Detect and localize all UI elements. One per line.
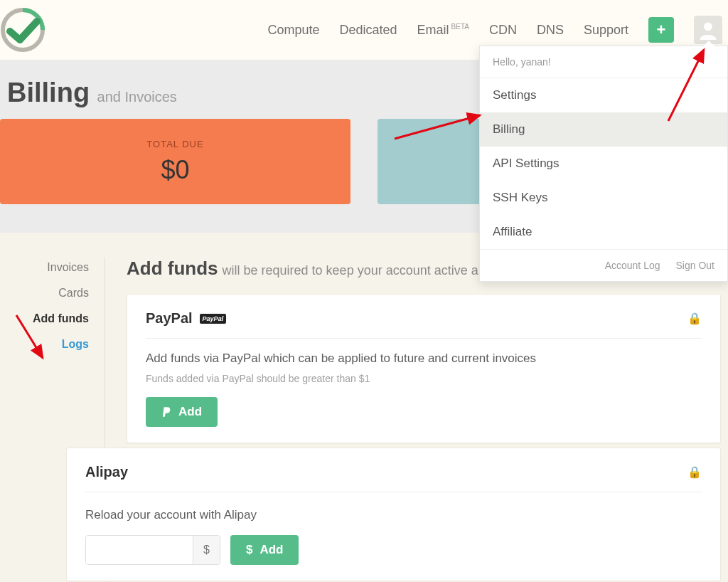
dropdown-greeting: Hello, yanan! <box>480 46 727 78</box>
alipay-amount-group: $ <box>85 535 220 565</box>
dropdown-settings[interactable]: Settings <box>480 78 727 112</box>
dropdown-footer: Account Log Sign Out <box>480 249 727 281</box>
logo[interactable] <box>0 7 46 53</box>
lock-icon: 🔒 <box>687 312 702 325</box>
dropdown-affiliate[interactable]: Affiliate <box>480 215 727 249</box>
currency-suffix: $ <box>193 536 220 564</box>
dropdown-sign-out[interactable]: Sign Out <box>676 260 714 271</box>
paypal-title: PayPal <box>146 310 193 327</box>
sidebar-invoices[interactable]: Invoices <box>47 261 89 274</box>
content-area: Invoices Cards Add funds Logs Add fundsw… <box>0 233 728 582</box>
sidebar-add-funds[interactable]: Add funds <box>33 312 89 325</box>
add-button[interactable]: + <box>648 17 674 43</box>
alipay-title: Alipay <box>85 464 128 480</box>
dollar-icon: $ <box>246 543 252 557</box>
paypal-panel: PayPal PayPal 🔒 Add funds via PayPal whi… <box>127 294 721 443</box>
lock-icon: 🔒 <box>687 465 702 479</box>
user-icon <box>698 20 718 40</box>
page-subtitle: and Invoices <box>97 89 177 105</box>
alipay-add-button[interactable]: $ Add <box>230 535 299 565</box>
paypal-badge-icon: PayPal <box>200 314 227 324</box>
dropdown-billing[interactable]: Billing <box>480 112 727 147</box>
user-dropdown: Hello, yanan! Settings Billing API Setti… <box>479 46 728 282</box>
paypal-note: Funds added via PayPal should be greater… <box>146 373 702 384</box>
alipay-desc: Reload your account with Alipay <box>85 508 702 522</box>
total-due-label: TOTAL DUE <box>146 139 203 149</box>
dropdown-ssh-keys[interactable]: SSH Keys <box>480 181 727 215</box>
paypal-p-icon <box>161 406 171 418</box>
nav-dns[interactable]: DNS <box>537 23 564 38</box>
nav-support[interactable]: Support <box>584 23 628 38</box>
paypal-add-button[interactable]: Add <box>146 397 218 427</box>
main-panel: Add fundswill be required to keep your a… <box>105 258 728 582</box>
dropdown-account-log[interactable]: Account Log <box>605 260 660 271</box>
nav-cdn[interactable]: CDN <box>489 23 517 38</box>
total-due-value: $0 <box>161 155 189 185</box>
paypal-desc: Add funds via PayPal which can be applie… <box>146 351 702 366</box>
alipay-panel: Alipay 🔒 Reload your account with Alipay… <box>66 448 721 581</box>
dropdown-api-settings[interactable]: API Settings <box>480 147 727 181</box>
nav-compute[interactable]: Compute <box>267 23 319 38</box>
plus-icon: + <box>657 21 666 39</box>
nav-email[interactable]: EmailBETA <box>417 23 469 38</box>
user-avatar[interactable] <box>694 16 722 44</box>
nav-dedicated[interactable]: Dedicated <box>339 23 397 38</box>
svg-point-1 <box>704 23 712 31</box>
sidebar-logs[interactable]: Logs <box>62 338 89 351</box>
total-due-card: TOTAL DUE $0 <box>0 119 350 204</box>
page-title: Billing <box>7 78 90 107</box>
sidebar-cards[interactable]: Cards <box>58 287 89 300</box>
alipay-amount-input[interactable] <box>86 536 193 564</box>
main-nav: Compute Dedicated EmailBETA CDN DNS Supp… <box>267 16 722 44</box>
